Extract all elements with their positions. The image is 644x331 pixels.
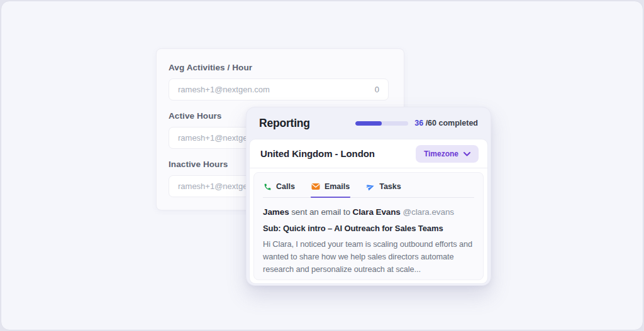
email-action-text: sent an email to: [289, 207, 353, 217]
email-body-preview: Hi Clara, I noticed your team is scaling…: [263, 238, 474, 275]
progress-bar: [355, 121, 408, 126]
email-preview: James sent an email to Clara Evans @clar…: [263, 198, 474, 275]
tab-emails-label: Emails: [325, 182, 350, 191]
field-avg-activities: Avg Activities / Hour ramesh+1@nextgen.c…: [169, 63, 389, 100]
field-label: Avg Activities / Hour: [169, 63, 389, 72]
avg-activities-input[interactable]: ramesh+1@nextgen.com 0: [169, 79, 389, 100]
tab-emails[interactable]: Emails: [311, 181, 350, 198]
progress-completed-count: 36: [414, 119, 423, 128]
reporting-card: Reporting 36 /60 completed United Kingdo…: [246, 107, 491, 286]
progress-fill: [355, 121, 382, 126]
email-recipient-handle: @clara.evans: [401, 207, 454, 217]
activity-panel: Calls Emails Tasks: [253, 172, 484, 280]
reporting-content-panel: United Kingdom - London Timezone: [249, 139, 488, 284]
reporting-header: Reporting 36 /60 completed: [249, 107, 488, 139]
timezone-dropdown-label: Timezone: [424, 149, 458, 158]
activity-tabs: Calls Emails Tasks: [263, 181, 474, 198]
email-subject: Sub: Quick intro – AI Outreach for Sales…: [263, 224, 474, 233]
tab-tasks-label: Tasks: [379, 182, 401, 191]
tab-calls[interactable]: Calls: [263, 181, 296, 198]
tab-calls-label: Calls: [276, 182, 295, 191]
phone-icon: [264, 183, 272, 191]
email-summary-line: James sent an email to Clara Evans @clar…: [263, 207, 474, 217]
progress-group: 36 /60 completed: [355, 119, 478, 128]
tab-tasks[interactable]: Tasks: [365, 181, 402, 198]
reporting-title: Reporting: [259, 117, 310, 130]
email-recipient: Clara Evans: [353, 207, 401, 217]
input-placeholder: ramesh+1@nextgen.com: [178, 85, 270, 94]
timezone-dropdown-button[interactable]: Timezone: [416, 145, 479, 163]
location-header: United Kingdom - London Timezone: [250, 139, 487, 168]
progress-total-text: /60 completed: [423, 119, 478, 128]
progress-label: 36 /60 completed: [414, 119, 478, 128]
location-name: United Kingdom - London: [260, 148, 375, 159]
send-icon: [366, 183, 375, 191]
activity-area: Calls Emails Tasks: [250, 168, 487, 284]
input-value: 0: [375, 85, 379, 94]
chevron-down-icon: [464, 149, 470, 158]
mail-icon: [311, 183, 320, 190]
app-background: Avg Activities / Hour ramesh+1@nextgen.c…: [1, 1, 643, 330]
email-sender: James: [263, 207, 289, 217]
